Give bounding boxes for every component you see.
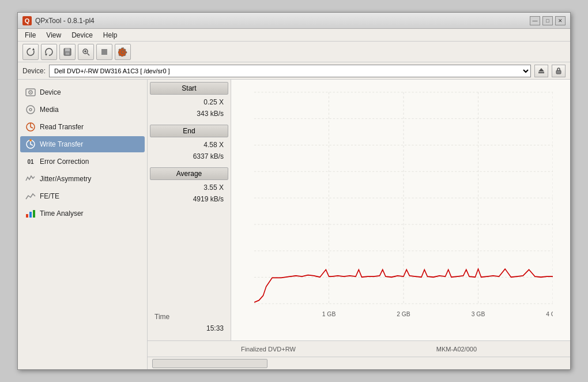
chart-footer: Finalized DVD+RW MKM-A02/000 (148, 340, 570, 357)
device-select[interactable]: Dell DVD+/-RW DW316 A1C3 [ /dev/sr0 ] (49, 65, 531, 77)
stats-avg-header: Average (150, 167, 228, 180)
close-button[interactable]: ✕ (555, 16, 566, 25)
menu-view[interactable]: View (42, 30, 66, 40)
sidebar-error-correction-label: Error Correction (40, 158, 89, 166)
footer-right: MKM-A02/000 (436, 346, 477, 353)
svg-point-17 (29, 108, 32, 111)
error-correction-icon: 01 (25, 156, 36, 167)
read-transfer-icon (25, 121, 36, 133)
title-bar-left: Q QPxTool - 0.8.1-pl4 (22, 16, 95, 25)
stats-end-kbs: 6337 kB/s (150, 151, 228, 162)
svg-rect-10 (538, 72, 544, 73)
toolbar-refresh-btn[interactable] (22, 44, 39, 60)
toolbar-zoom-btn[interactable] (78, 44, 94, 60)
toolbar-stop-btn[interactable] (96, 44, 112, 60)
svg-marker-0 (32, 48, 35, 50)
right-panel: Start 0.25 X 343 kB/s End 4.58 X 6337 kB… (148, 80, 570, 369)
svg-text:3 GB: 3 GB (472, 310, 485, 317)
svg-text:1 GB: 1 GB (322, 310, 336, 317)
sidebar-item-jitter[interactable]: Jitter/Asymmetry (20, 171, 145, 187)
progress-bar (152, 359, 267, 368)
svg-marker-11 (538, 68, 544, 72)
device-bar: Device: Dell DVD+/-RW DW316 A1C3 [ /dev/… (18, 62, 570, 80)
stats-end-x: 4.58 X (150, 140, 228, 150)
svg-rect-9 (101, 49, 107, 55)
stats-start-header: Start (150, 82, 228, 95)
sidebar-item-time-analyser[interactable]: Time Analyser (20, 205, 145, 222)
svg-rect-22 (29, 212, 32, 218)
write-transfer-icon (25, 138, 36, 150)
device-eject-btn[interactable] (534, 65, 548, 77)
svg-rect-3 (65, 48, 70, 51)
svg-point-20 (29, 139, 32, 141)
stats-end-header: End (150, 125, 228, 137)
window-title: QPxTool - 0.8.1-pl4 (35, 17, 95, 25)
svg-rect-23 (33, 210, 35, 218)
sidebar-time-analyser-label: Time Analyser (40, 209, 84, 218)
app-icon: Q (22, 16, 32, 25)
toolbar-back-btn[interactable] (41, 44, 57, 60)
menu-help[interactable]: Help (99, 30, 122, 40)
menu-bar: File View Device Help (18, 29, 570, 42)
sidebar-item-fe-te[interactable]: FE/TE (20, 188, 145, 204)
stats-and-chart: Start 0.25 X 343 kB/s End 4.58 X 6337 kB… (148, 80, 570, 340)
stats-avg-x: 3.55 X (150, 182, 228, 193)
svg-text:4 GB: 4 GB (546, 310, 553, 317)
device-label: Device: (22, 67, 46, 75)
svg-point-16 (27, 106, 35, 114)
device-icon (25, 87, 36, 98)
stats-avg-kbs: 4919 kB/s (150, 194, 228, 204)
toolbar (18, 42, 570, 62)
stats-time-value: 15:33 (150, 323, 228, 334)
svg-line-6 (88, 53, 90, 55)
maximize-button[interactable]: □ (542, 16, 553, 25)
time-analyser-icon (25, 208, 36, 219)
sidebar-read-transfer-label: Read Transfer (40, 123, 84, 131)
sidebar-device-label: Device (40, 88, 61, 96)
media-icon (25, 104, 36, 115)
chart-area: 18 16 14 12 10 8 6 4 2 18 16 14 12 (231, 80, 570, 340)
window-controls: — □ ✕ (530, 16, 566, 25)
menu-device[interactable]: Device (67, 30, 97, 40)
sidebar-item-media[interactable]: Media (20, 102, 145, 118)
toolbar-save-btn[interactable] (59, 44, 76, 60)
sidebar-item-device[interactable]: Device (20, 84, 145, 100)
minimize-button[interactable]: — (530, 16, 540, 25)
stats-start-x: 0.25 X (150, 97, 228, 107)
sidebar-item-read-transfer[interactable]: Read Transfer (20, 119, 145, 135)
title-bar: Q QPxTool - 0.8.1-pl4 — □ ✕ (18, 13, 570, 29)
svg-point-15 (30, 92, 31, 93)
jitter-icon (25, 173, 36, 185)
toolbar-settings-btn[interactable] (115, 44, 131, 60)
sidebar-fe-te-label: FE/TE (40, 192, 59, 200)
chart-svg: 18 16 14 12 10 8 6 4 2 18 16 14 12 (254, 85, 553, 317)
main-content: Device Media Read Transfer Write Transfe… (18, 80, 570, 369)
svg-marker-1 (45, 54, 47, 56)
stats-time-label: Time (150, 312, 228, 322)
svg-text:2 GB: 2 GB (397, 310, 410, 317)
svg-rect-21 (26, 214, 28, 218)
svg-rect-4 (66, 53, 69, 55)
fe-te-icon (25, 190, 36, 202)
progress-bar-area (148, 357, 570, 369)
svg-rect-12 (556, 70, 561, 74)
footer-left: Finalized DVD+RW (241, 346, 296, 353)
sidebar: Device Media Read Transfer Write Transfe… (18, 80, 148, 369)
device-lock-btn[interactable] (552, 65, 566, 77)
sidebar-item-error-correction[interactable]: 01 Error Correction (20, 153, 145, 170)
main-window: Q QPxTool - 0.8.1-pl4 — □ ✕ File View De… (17, 12, 571, 370)
stats-start-kbs: 343 kB/s (150, 108, 228, 119)
sidebar-item-write-transfer[interactable]: Write Transfer (20, 136, 145, 152)
menu-file[interactable]: File (20, 30, 40, 40)
sidebar-media-label: Media (40, 106, 59, 114)
stats-panel: Start 0.25 X 343 kB/s End 4.58 X 6337 kB… (148, 80, 231, 340)
sidebar-jitter-label: Jitter/Asymmetry (40, 175, 91, 183)
sidebar-write-transfer-label: Write Transfer (40, 140, 83, 148)
